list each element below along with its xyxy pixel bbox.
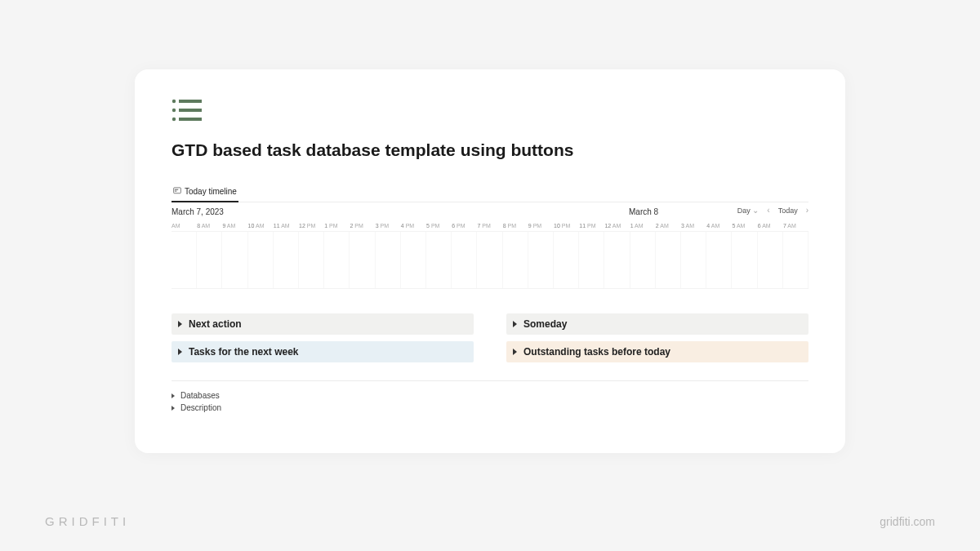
toggle-tasks-next-week[interactable]: Tasks for the next week bbox=[172, 341, 474, 362]
hour-label: 10 AM bbox=[248, 223, 274, 229]
grid-line bbox=[758, 232, 783, 288]
hour-label: 10 PM bbox=[554, 223, 579, 229]
grid-line bbox=[222, 232, 247, 288]
grid-line bbox=[681, 232, 706, 288]
grid-line bbox=[172, 232, 197, 288]
timeline-date-secondary: March 8 bbox=[629, 207, 658, 216]
page-title: GTD based task database template using b… bbox=[172, 140, 808, 160]
next-button[interactable]: › bbox=[806, 206, 808, 215]
hour-label: 11 PM bbox=[579, 223, 604, 229]
grid-line bbox=[452, 232, 477, 288]
grid-line bbox=[324, 232, 350, 288]
hour-label: 8 AM bbox=[197, 223, 222, 229]
hour-label: 12 AM bbox=[604, 223, 630, 229]
hour-label: 5 PM bbox=[426, 223, 452, 229]
svg-rect-8 bbox=[175, 191, 177, 192]
grid-line bbox=[299, 232, 324, 288]
grid-line bbox=[579, 232, 604, 288]
grid-line bbox=[248, 232, 274, 288]
hour-label: 2 PM bbox=[350, 223, 375, 229]
svg-rect-3 bbox=[179, 109, 202, 112]
toggle-arrow-icon bbox=[513, 321, 517, 327]
prev-button[interactable]: ‹ bbox=[767, 206, 769, 215]
grid-line bbox=[350, 232, 375, 288]
toggle-arrow-icon bbox=[172, 406, 175, 411]
view-tabbar: Today timeline bbox=[172, 183, 808, 202]
svg-rect-6 bbox=[174, 188, 181, 193]
hour-label: 9 AM bbox=[222, 223, 247, 229]
toggle-next-action[interactable]: Next action bbox=[172, 313, 474, 335]
toggle-label: Description bbox=[180, 403, 221, 412]
svg-rect-1 bbox=[179, 100, 202, 103]
grid-line bbox=[783, 232, 808, 288]
grid-line bbox=[197, 232, 222, 288]
hour-label: 12 PM bbox=[299, 223, 324, 229]
divider bbox=[172, 380, 808, 381]
toggle-arrow-icon bbox=[178, 349, 182, 355]
grid-line bbox=[630, 232, 656, 288]
toggle-description[interactable]: Description bbox=[172, 402, 808, 414]
toggle-arrow-icon bbox=[172, 393, 175, 398]
svg-point-2 bbox=[172, 109, 176, 112]
grid-line bbox=[706, 232, 732, 288]
svg-rect-7 bbox=[175, 189, 178, 190]
page-card: GTD based task database template using b… bbox=[135, 69, 845, 453]
today-button[interactable]: Today bbox=[778, 207, 798, 215]
hour-label: 6 AM bbox=[758, 223, 783, 229]
toggle-label: Someday bbox=[523, 318, 567, 330]
grid-line bbox=[528, 232, 554, 288]
toggle-databases[interactable]: Databases bbox=[172, 389, 808, 402]
toggle-arrow-icon bbox=[513, 349, 517, 355]
toggle-label: Tasks for the next week bbox=[189, 346, 299, 358]
grid-line bbox=[401, 232, 426, 288]
timeline-hour-row: AM8 AM9 AM10 AM11 AM12 PM1 PM2 PM3 PM4 P… bbox=[172, 223, 808, 229]
hour-label: 4 PM bbox=[401, 223, 426, 229]
svg-rect-5 bbox=[179, 118, 202, 121]
hour-label: 3 PM bbox=[376, 223, 401, 229]
svg-point-4 bbox=[172, 118, 176, 121]
grid-line bbox=[554, 232, 579, 288]
hour-label: 3 AM bbox=[681, 223, 706, 229]
toggle-someday[interactable]: Someday bbox=[506, 313, 808, 335]
grid-line bbox=[426, 232, 452, 288]
toggle-label: Databases bbox=[180, 391, 220, 400]
chevron-down-icon: ⌄ bbox=[752, 206, 759, 215]
toggle-outstanding[interactable]: Outstanding tasks before today bbox=[506, 341, 808, 362]
grid-line bbox=[656, 232, 681, 288]
brand-link-right: gridfiti.com bbox=[880, 515, 935, 528]
timeline-body[interactable] bbox=[172, 232, 808, 289]
section-grid: Next action Someday Tasks for the next w… bbox=[172, 313, 808, 362]
grid-line bbox=[732, 232, 757, 288]
tab-label: Today timeline bbox=[185, 187, 237, 196]
timeline-controls: Day ⌄ ‹ Today › bbox=[737, 206, 808, 215]
toggle-label: Next action bbox=[189, 318, 242, 330]
hour-label: 1 AM bbox=[630, 223, 656, 229]
hour-label: 4 AM bbox=[706, 223, 732, 229]
tab-today-timeline[interactable]: Today timeline bbox=[172, 183, 238, 202]
grid-line bbox=[503, 232, 528, 288]
grid-line bbox=[274, 232, 299, 288]
hour-label: 11 AM bbox=[274, 223, 299, 229]
toggle-arrow-icon bbox=[178, 321, 182, 327]
timeline-header: March 7, 2023 March 8 Day ⌄ ‹ Today › AM… bbox=[172, 202, 808, 232]
hour-label: 1 PM bbox=[324, 223, 350, 229]
hour-label: 5 AM bbox=[732, 223, 757, 229]
hour-label: 7 PM bbox=[477, 223, 502, 229]
grid-line bbox=[376, 232, 401, 288]
hour-label: 6 PM bbox=[452, 223, 477, 229]
hour-label: 2 AM bbox=[656, 223, 681, 229]
grid-line bbox=[604, 232, 630, 288]
grid-line bbox=[477, 232, 502, 288]
page-list-icon bbox=[172, 98, 808, 122]
svg-point-0 bbox=[172, 100, 176, 103]
hour-label: 8 PM bbox=[503, 223, 528, 229]
hour-label: 9 PM bbox=[528, 223, 554, 229]
brand-logo-left: GRIDFITI bbox=[45, 514, 130, 528]
view-select[interactable]: Day ⌄ bbox=[737, 206, 760, 215]
timeline-icon bbox=[173, 186, 181, 196]
hour-label: AM bbox=[172, 223, 197, 229]
hour-label: 7 AM bbox=[783, 223, 808, 229]
timeline-date-primary: March 7, 2023 bbox=[172, 207, 224, 216]
toggle-label: Outstanding tasks before today bbox=[523, 346, 670, 358]
